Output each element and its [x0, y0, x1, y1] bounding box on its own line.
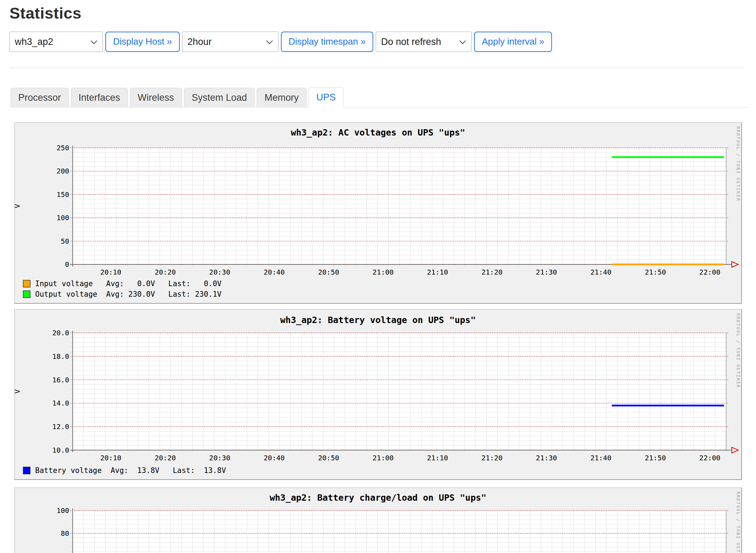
svg-text:21:40: 21:40 [590, 268, 611, 276]
svg-text:wh3_ap2: Battery voltage on UP: wh3_ap2: Battery voltage on UPS "ups" [280, 315, 476, 325]
svg-text:21:20: 21:20 [481, 268, 502, 276]
ac-voltages-chart: wh3_ap2: AC voltages on UPS "ups"0501001… [15, 123, 741, 303]
svg-text:20.0: 20.0 [52, 329, 69, 337]
svg-text:21:30: 21:30 [536, 454, 557, 462]
header-divider [9, 67, 744, 68]
svg-text:10.0: 10.0 [52, 446, 69, 454]
controls-bar: wh3_ap2 Display Host » 2hour Display tim… [9, 32, 756, 52]
svg-text:20:50: 20:50 [318, 268, 339, 276]
svg-text:Battery voltage Avg: 13.8V: Battery voltage Avg: 13.8V Last: 13.8V [35, 466, 226, 475]
svg-text:21:20: 21:20 [481, 454, 502, 462]
svg-text:V: V [15, 389, 21, 394]
svg-text:18.0: 18.0 [52, 352, 69, 361]
tab-interfaces[interactable]: Interfaces [71, 88, 128, 107]
tab-bar: Processor Interfaces Wireless System Loa… [11, 87, 748, 107]
svg-text:0: 0 [65, 260, 69, 269]
tab-ups[interactable]: UPS [309, 87, 344, 107]
svg-text:20:20: 20:20 [155, 268, 176, 276]
refresh-select[interactable]: Do not refresh [376, 32, 472, 52]
svg-text:22:00: 22:00 [699, 268, 720, 276]
svg-text:20:10: 20:10 [100, 268, 121, 276]
display-timespan-button[interactable]: Display timespan » [281, 32, 374, 52]
tab-memory[interactable]: Memory [257, 88, 307, 107]
svg-text:20:10: 20:10 [100, 454, 121, 462]
tab-processor[interactable]: Processor [11, 88, 69, 107]
svg-text:20:40: 20:40 [264, 454, 285, 462]
svg-text:20:40: 20:40 [264, 268, 285, 276]
host-select[interactable]: wh3_ap2 [9, 32, 103, 52]
timespan-select[interactable]: 2hour [182, 32, 278, 52]
svg-text:250: 250 [57, 144, 69, 152]
svg-text:21:00: 21:00 [373, 454, 394, 462]
battery-charge-load-graph-panel: wh3_ap2: Battery charge/load on UPS "ups… [14, 487, 742, 553]
svg-text:150: 150 [57, 190, 69, 199]
svg-text:20:20: 20:20 [155, 454, 176, 462]
svg-text:100: 100 [57, 213, 69, 222]
svg-text:21:50: 21:50 [645, 454, 666, 462]
svg-text:21:50: 21:50 [645, 268, 666, 276]
svg-text:80: 80 [61, 529, 69, 538]
display-host-button[interactable]: Display Host » [105, 32, 180, 52]
svg-text:22:00: 22:00 [699, 454, 720, 462]
svg-text:21:10: 21:10 [427, 268, 448, 276]
svg-text:V: V [15, 204, 21, 208]
svg-text:21:00: 21:00 [373, 268, 394, 276]
svg-text:Input voltage Avg: 0.0V: Input voltage Avg: 0.0V Last: 0.0V [35, 279, 222, 288]
svg-text:21:40: 21:40 [590, 454, 611, 462]
ac-voltages-graph-panel: wh3_ap2: AC voltages on UPS "ups"0501001… [14, 122, 742, 304]
svg-text:21:10: 21:10 [427, 454, 448, 462]
graphs-section: wh3_ap2: AC voltages on UPS "ups"0501001… [9, 122, 756, 553]
battery-voltage-chart: wh3_ap2: Battery voltage on UPS "ups"10.… [15, 310, 741, 479]
svg-text:12.0: 12.0 [52, 422, 69, 431]
svg-text:50: 50 [61, 237, 69, 245]
tab-system-load[interactable]: System Load [184, 88, 255, 107]
svg-text:RRDTOOL / TOBI OETIKER: RRDTOOL / TOBI OETIKER [736, 313, 741, 388]
page-title: Statistics [9, 4, 756, 22]
svg-text:wh3_ap2: Battery charge/load o: wh3_ap2: Battery charge/load on UPS "ups… [270, 493, 486, 503]
svg-text:100: 100 [57, 506, 69, 515]
svg-text:20:30: 20:30 [209, 454, 230, 462]
timespan-select-wrap: 2hour [182, 32, 278, 52]
host-select-wrap: wh3_ap2 [9, 32, 103, 52]
svg-text:200: 200 [57, 167, 69, 175]
tab-wireless[interactable]: Wireless [130, 88, 182, 107]
svg-text:21:30: 21:30 [536, 268, 557, 276]
svg-text:14.0: 14.0 [52, 399, 69, 407]
svg-text:20:30: 20:30 [209, 268, 230, 276]
svg-text:wh3_ap2: AC voltages on UPS "u: wh3_ap2: AC voltages on UPS "ups" [291, 127, 465, 138]
svg-text:20:50: 20:50 [318, 454, 339, 462]
svg-text:RRDTOOL / TOBI OETIKER: RRDTOOL / TOBI OETIKER [736, 126, 741, 202]
svg-text:Output voltage Avg: 230.0V: Output voltage Avg: 230.0V Last: 230.1V [35, 290, 222, 298]
svg-text:16.0: 16.0 [52, 375, 69, 384]
battery-charge-load-chart: wh3_ap2: Battery charge/load on UPS "ups… [15, 488, 741, 553]
svg-text:RRDTOOL / TOBI OETIKER: RRDTOOL / TOBI OETIKER [736, 492, 741, 553]
apply-interval-button[interactable]: Apply interval » [474, 32, 552, 52]
refresh-select-wrap: Do not refresh [376, 32, 472, 52]
battery-voltage-graph-panel: wh3_ap2: Battery voltage on UPS "ups"10.… [14, 309, 742, 480]
